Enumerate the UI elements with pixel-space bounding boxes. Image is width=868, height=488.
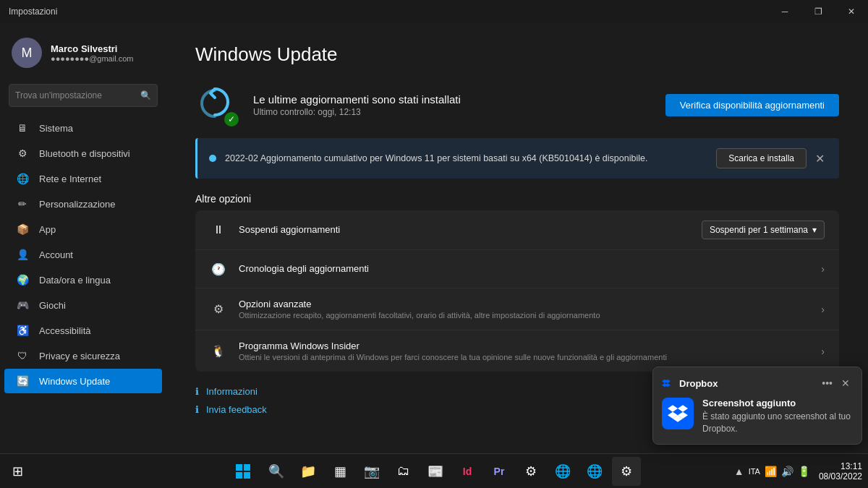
privacy-icon: 🛡	[16, 349, 29, 362]
search-box[interactable]: 🔍	[9, 84, 158, 107]
sidebar-item-label-sistema: Sistema	[39, 123, 73, 134]
svg-rect-8	[244, 472, 250, 479]
chevron-right-icon: ›	[821, 304, 825, 315]
status-subtitle: Ultimo controllo: oggi, 12:13	[253, 107, 461, 117]
file-explorer-button[interactable]: 📁	[294, 457, 323, 486]
volume-icon[interactable]: 🔊	[781, 466, 793, 477]
option-item-insider[interactable]: 🐧 Programma Windows Insider Ottieni le v…	[195, 330, 839, 372]
sidebar-item-windows_update[interactable]: 🔄 Windows Update	[4, 369, 162, 393]
bluetooth-icon: ⚙	[16, 147, 29, 160]
option-title-cronologia: Cronologia degli aggiornamenti	[239, 263, 809, 274]
sidebar-item-label-app: App	[39, 224, 56, 235]
informazioni-link-label: Informazioni	[206, 386, 258, 397]
update-banner-text: 2022-02 Aggiornamento cumulativo per Win…	[225, 153, 647, 163]
option-subtitle-insider: Ottieni le versioni di anteprima di Wind…	[239, 353, 809, 361]
notif-controls: ••• ✕	[819, 376, 853, 390]
time-display: 13:11	[819, 461, 862, 471]
notif-close-button[interactable]: ✕	[838, 376, 853, 390]
date-display: 08/03/2022	[819, 471, 862, 481]
informazioni-link-icon: ℹ	[195, 386, 199, 397]
dropdown-chevron: ▾	[812, 225, 817, 235]
check-badge: ✓	[224, 112, 239, 127]
option-text-opzioni_avanzate: Opzioni avanzate Ottimizzazione recapito…	[239, 299, 809, 320]
search-taskbar-button[interactable]: 🔍	[262, 457, 291, 486]
option-title-opzioni_avanzate: Opzioni avanzate	[239, 299, 809, 309]
option-subtitle-opzioni_avanzate: Ottimizzazione recapito, aggiornamenti f…	[239, 311, 809, 320]
giochi-icon: 🎮	[16, 299, 29, 312]
start-button[interactable]	[227, 457, 259, 486]
minimize-button[interactable]: ─	[768, 0, 801, 23]
suspend-value: Sospendi per 1 settimana	[710, 225, 808, 235]
sidebar-item-label-windows_update: Windows Update	[39, 376, 110, 387]
feedback-link-icon: ℹ	[195, 404, 199, 415]
notif-more-button[interactable]: •••	[819, 376, 835, 390]
sidebar-item-label-rete: Rete e Internet	[39, 174, 101, 184]
sidebar-item-personalizzazione[interactable]: ✏ Personalizzazione	[4, 192, 162, 216]
option-text-cronologia: Cronologia degli aggiornamenti	[239, 263, 809, 275]
status-text: Le ultime aggiornamenti sono stati insta…	[253, 93, 461, 117]
option-title-insider: Programma Windows Insider	[239, 341, 809, 351]
user-info: Marco Silvestri ●●●●●●●●@gmail.com	[51, 43, 155, 63]
app-icon: 📦	[16, 223, 29, 236]
sidebar-item-rete[interactable]: 🌐 Rete e Internet	[4, 166, 162, 191]
sidebar-item-data[interactable]: 🌍 Data/ora e lingua	[4, 267, 162, 292]
svg-rect-7	[236, 472, 242, 479]
system-tray[interactable]: ▲ ITA 📶 🔊 🔋	[728, 463, 816, 480]
app5-button[interactable]: ⚙	[516, 457, 545, 486]
svg-marker-0	[668, 406, 678, 412]
sidebar-item-privacy[interactable]: 🛡 Privacy e sicurezza	[4, 343, 162, 368]
indesign-button[interactable]: Id	[453, 457, 482, 486]
svg-rect-5	[236, 464, 242, 471]
sistema-icon: 🖥	[16, 121, 29, 134]
notif-title: Screenshot aggiunto	[702, 398, 853, 408]
edge-button[interactable]: 🌐	[580, 457, 609, 486]
sidebar-item-account[interactable]: 👤 Account	[4, 242, 162, 267]
user-profile[interactable]: M Marco Silvestri ●●●●●●●●@gmail.com	[0, 30, 166, 80]
close-banner-button[interactable]: ✕	[812, 152, 827, 166]
option-right-sospendi: Sospendi per 1 settimana ▾	[702, 221, 825, 239]
premiere-button[interactable]: Pr	[485, 457, 514, 486]
news-button[interactable]: 📰	[421, 457, 450, 486]
sidebar-item-bluetooth[interactable]: ⚙ Bluetooth e dispositivi	[4, 141, 162, 166]
datetime[interactable]: 13:11 08/03/2022	[819, 461, 862, 481]
user-email: ●●●●●●●●@gmail.com	[51, 54, 155, 63]
sidebar-item-accessibilita[interactable]: ♿ Accessibilità	[4, 318, 162, 343]
search-input[interactable]	[15, 90, 140, 100]
files-button[interactable]: 🗂	[389, 457, 418, 486]
update-banner-actions: Scarica e installa ✕	[716, 148, 827, 168]
user-name: Marco Silvestri	[51, 43, 155, 54]
tray-icons: ▲ ITA 📶 🔊 🔋	[734, 466, 810, 477]
chrome-button[interactable]: 🌐	[548, 457, 577, 486]
svg-marker-1	[678, 406, 688, 412]
data-icon: 🌍	[16, 273, 29, 286]
option-item-opzioni_avanzate[interactable]: ⚙ Opzioni avanzate Ottimizzazione recapi…	[195, 288, 839, 330]
option-item-cronologia[interactable]: 🕐 Cronologia degli aggiornamenti ›	[195, 250, 839, 288]
notif-app-name: Dropbox	[662, 377, 718, 389]
suspend-dropdown[interactable]: Sospendi per 1 settimana ▾	[702, 221, 825, 239]
option-title-sospendi: Sospendi aggiornamenti	[239, 224, 690, 235]
check-updates-button[interactable]: Verifica disponibilità aggiornamenti	[665, 94, 839, 116]
widgets-button[interactable]: ▦	[326, 457, 354, 486]
rete-icon: 🌐	[16, 172, 29, 185]
option-item-sospendi[interactable]: ⏸ Sospendi aggiornamenti Sospendi per 1 …	[195, 210, 839, 250]
sidebar-item-giochi[interactable]: 🎮 Giochi	[4, 293, 162, 317]
settings-button[interactable]: ⚙	[612, 457, 641, 486]
download-install-button[interactable]: Scarica e installa	[716, 148, 807, 168]
teams-button[interactable]: 📷	[357, 457, 386, 486]
show-desktop-button[interactable]: ⊞	[3, 457, 32, 486]
restore-button[interactable]: ❐	[801, 0, 835, 23]
titlebar: Impostazioni ─ ❐ ✕	[0, 0, 868, 23]
sidebar-item-sistema[interactable]: 🖥 Sistema	[4, 116, 162, 140]
sidebar-item-label-data: Data/ora e lingua	[39, 275, 111, 286]
sidebar-item-app[interactable]: 📦 App	[4, 217, 162, 241]
language-indicator[interactable]: ITA	[749, 467, 760, 476]
option-text-insider: Programma Windows Insider Ottieni le ver…	[239, 341, 809, 361]
dropbox-icon	[662, 398, 694, 429]
option-right-cronologia: ›	[821, 263, 825, 275]
option-icon-cronologia: 🕐	[210, 260, 227, 278]
notification-popup: Dropbox ••• ✕ Screenshot aggiunto È stat…	[652, 367, 862, 445]
tray-chevron[interactable]: ▲	[734, 466, 744, 477]
other-options-title: Altre opzioni	[195, 193, 839, 205]
sidebar-item-label-giochi: Giochi	[39, 300, 66, 311]
close-button[interactable]: ✕	[835, 0, 868, 23]
